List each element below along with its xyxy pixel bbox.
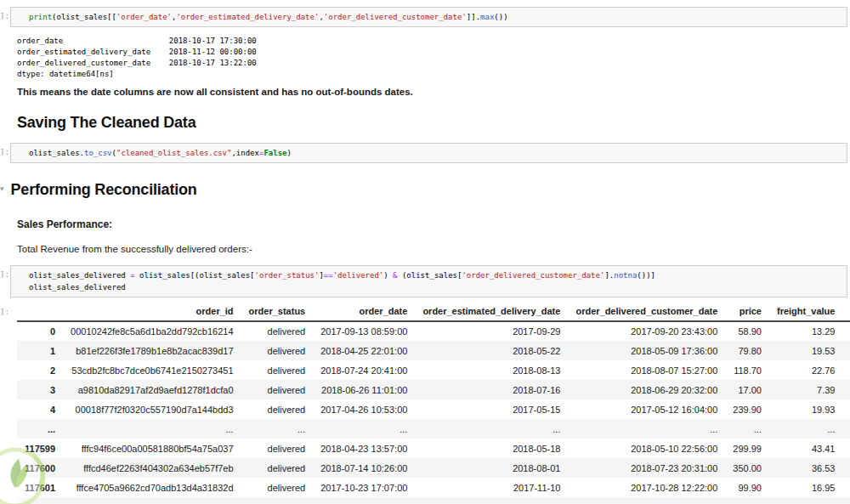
table-cell: 19.93 — [769, 399, 842, 419]
dataframe-output: ]: order_idorder_statusorder_dateorder_e… — [0, 303, 850, 504]
row-index: 2 — [17, 360, 63, 380]
table-cell: ... — [769, 419, 842, 439]
table-cell: 16.95 — [769, 478, 842, 497]
row-index: 117602 — [17, 497, 63, 504]
table-header-row: order_idorder_statusorder_dateorder_esti… — [17, 303, 850, 321]
section-heading-saving: Saving The Cleaned Data — [17, 114, 850, 132]
code-input-3[interactable]: olist_sales_delivered = olist_sales[(oli… — [10, 265, 847, 297]
table-cell: delivered — [241, 380, 314, 399]
code-token: ()) — [494, 13, 507, 21]
table-cell: 2018-08-07 15:27:00 — [568, 360, 725, 380]
table-cell: ... — [241, 419, 314, 439]
table-cell: 2018-06-29 20:32:00 — [568, 380, 725, 399]
table-cell: ... — [313, 419, 415, 439]
output-prompt: ]: — [0, 303, 10, 318]
code-token: olist_sales. — [29, 149, 84, 157]
notebook-page: ]: print(olist_sales[['order_date','orde… — [0, 7, 850, 504]
table-cell: delivered — [241, 321, 314, 341]
input-prompt: ]: — [0, 143, 10, 158]
table-cell: delivered — [241, 478, 314, 497]
code-line: print(olist_sales[['order_date','order_e… — [29, 11, 840, 23]
collapse-chevron-icon[interactable]: ▾ — [0, 181, 4, 196]
table-cell: 2018-05-09 17:36:00 — [568, 341, 725, 360]
table-cell: 2018-08-01 — [415, 458, 568, 478]
table-cell: 19.53 — [769, 341, 842, 360]
section-heading-reconciliation: Performing Reconciliation — [11, 181, 197, 199]
code-token: ]. — [604, 271, 614, 280]
table-cell: credit_card — [842, 341, 850, 360]
column-header-order_date: order_date — [313, 303, 415, 321]
table-cell: 2017-05-15 — [415, 399, 568, 419]
table-row: 400018f77f2f0320c557190d7a144bdd3deliver… — [17, 399, 850, 419]
table-cell: ... — [63, 419, 241, 439]
table-cell: ... — [725, 419, 769, 439]
row-index: 117601 — [17, 478, 63, 497]
table-cell: 2018-08-13 — [415, 360, 568, 380]
markdown-note: This means the date columns are now all … — [17, 87, 850, 97]
code-token: ,index — [231, 149, 259, 157]
subsection-title: Sales Performance: — [17, 218, 850, 230]
table-cell: 2018-07-24 20:41:00 — [313, 360, 415, 380]
table-cell: 118.70 — [725, 360, 769, 380]
code-token: == — [324, 271, 333, 280]
code-token: 'order_delivered_customer_date' — [462, 271, 604, 280]
table-cell: 2017-10-23 17:07:00 — [313, 478, 415, 497]
table-cell: 2018-07-23 20:31:00 — [568, 458, 725, 478]
table-cell: a9810da82917af2d9aefd1278f1dcfa0 — [63, 380, 241, 399]
code-token: False — [264, 149, 286, 157]
table-row: 253cdb2fc8bc7dce0b6741e2150273451deliver… — [17, 360, 850, 380]
table-row: 3a9810da82917af2d9aefd1278f1dcfa0deliver… — [17, 380, 850, 399]
table-cell: 22.76 — [769, 360, 842, 380]
dataframe-table: order_idorder_statusorder_dateorder_esti… — [17, 303, 850, 504]
table-cell: 2018-05-22 — [415, 341, 568, 360]
table-cell: boleto — [842, 458, 850, 478]
table-cell: 7.39 — [769, 380, 842, 399]
code-token: olist_sales[(olist_sales[ — [135, 271, 255, 280]
table-cell: delivered — [241, 458, 314, 478]
table-cell: ... — [568, 419, 725, 439]
table-cell: 2018-06-26 11:01:00 — [313, 380, 415, 399]
table-cell: credit_card — [842, 478, 850, 497]
code-token: 'order_estimated_delivery_date' — [176, 13, 319, 21]
row-index: 117600 — [17, 458, 63, 478]
table-cell: 79.80 — [725, 341, 769, 360]
code-token: olist_sales_delivered — [29, 271, 130, 280]
code-cell-2: ]: olist_sales.to_csv("cleaned_olist_sal… — [0, 143, 850, 163]
output-line: dtype: datetime64[ns] — [17, 69, 850, 80]
table-cell: 2017-10-28 12:22:00 — [568, 478, 725, 497]
table-cell: 13.29 — [769, 321, 842, 341]
table-cell: 2017-08-14 23:02:00 — [313, 497, 415, 504]
code-cell-1: ]: print(olist_sales[['order_date','orde… — [0, 7, 850, 27]
table-cell: 2018-04-23 13:57:00 — [313, 439, 415, 458]
table-cell: credit_card — [842, 399, 850, 419]
table-cell: ... — [415, 419, 568, 439]
column-header-order_status: order_status — [241, 303, 314, 321]
code-output-1: order_date 2018-10-17 17:30:00order_esti… — [17, 36, 850, 80]
table-cell: 00010242fe8c5a6d1ba2dd792cb16214 — [63, 321, 241, 341]
code-input-2[interactable]: olist_sales.to_csv("cleaned_olist_sales.… — [10, 143, 847, 163]
table-cell: delivered — [241, 341, 314, 360]
table-cell: fffe18544ffabc95dfada21779c9644f — [63, 497, 241, 504]
table-cell: fffce4705a9662cd70adb13d4a31832d — [63, 478, 241, 497]
table-cell: delivered — [241, 497, 314, 504]
subsection-body: Total Revenue from the successfully deli… — [17, 244, 850, 254]
code-token: 'delivered' — [333, 271, 384, 280]
column-header-price: price — [725, 303, 769, 321]
code-cell-3: ]: olist_sales_delivered = olist_sales[(… — [0, 265, 850, 297]
table-cell: delivered — [241, 360, 314, 380]
table-cell: 43.41 — [769, 439, 842, 458]
code-token: "cleaned_olist_sales.csv" — [116, 149, 231, 157]
row-index: 0 — [17, 321, 63, 341]
code-token: notna — [614, 271, 637, 280]
output-line: order_delivered_customer_date 2018-10-17… — [17, 58, 850, 69]
table-cell: ... — [842, 419, 850, 439]
table-cell: 299.99 — [725, 439, 769, 458]
code-input-1[interactable]: print(olist_sales[['order_date','order_e… — [10, 7, 847, 27]
code-token: ) — [383, 271, 393, 280]
code-token: olist_sales_delivered — [29, 283, 126, 292]
table-cell: 2017-08-25 — [415, 497, 568, 504]
code-token: (olist_sales[[ — [52, 13, 116, 21]
output-line: order_date 2018-10-17 17:30:00 — [17, 36, 850, 47]
table-cell: 2018-04-25 22:01:00 — [313, 341, 415, 360]
code-line-1: olist_sales_delivered = olist_sales[(oli… — [29, 269, 840, 281]
